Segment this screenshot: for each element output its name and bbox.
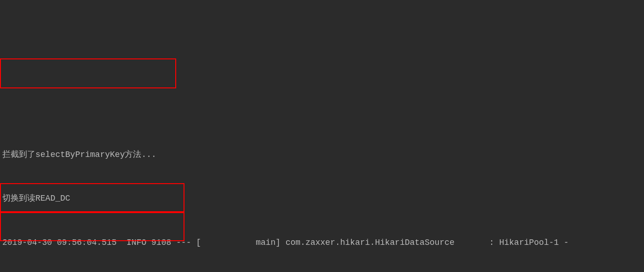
log-text: 切换到读READ_DC bbox=[2, 194, 70, 203]
highlight-annotation-1 bbox=[0, 58, 176, 88]
log-line: 2019-04-30 09:56:04.515 INFO 9108 --- [ … bbox=[1, 236, 643, 250]
log-line: 切换到读READ_DC bbox=[1, 191, 643, 206]
log-text: 拦截到了selectByPrimaryKey方法... bbox=[2, 150, 156, 159]
log-text: 2019-04-30 09:56:04.515 INFO 9108 --- [ … bbox=[2, 238, 569, 247]
console-output: 拦截到了selectByPrimaryKey方法... 切换到读READ_DC … bbox=[0, 58, 644, 272]
log-line: 拦截到了selectByPrimaryKey方法... bbox=[1, 148, 643, 162]
